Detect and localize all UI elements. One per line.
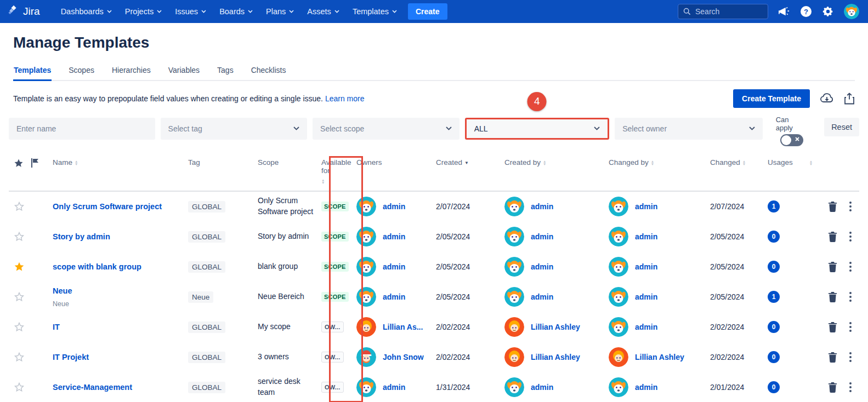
create-button[interactable]: Create — [408, 3, 447, 20]
owner-avatar[interactable] — [356, 347, 376, 367]
owner-avatar[interactable] — [356, 287, 376, 307]
created-by-link[interactable]: admin — [531, 262, 553, 271]
search-box[interactable] — [678, 4, 768, 19]
usages-badge[interactable]: 0 — [768, 231, 780, 243]
owner-filter-select[interactable]: Select owner — [615, 118, 763, 140]
favorite-star-button[interactable] — [9, 261, 31, 272]
created-by-avatar[interactable] — [504, 347, 524, 367]
more-actions-button[interactable] — [849, 232, 852, 242]
favorite-star-button[interactable] — [9, 201, 31, 212]
changed-by-avatar[interactable] — [609, 287, 628, 307]
export-icon[interactable] — [844, 93, 855, 105]
available-for-filter-select[interactable]: ALL — [465, 118, 610, 140]
changed-by-avatar[interactable] — [609, 347, 628, 367]
nav-boards[interactable]: Boards — [214, 4, 258, 19]
delete-button[interactable] — [828, 352, 837, 363]
owner-avatar[interactable] — [356, 197, 376, 216]
sort-icon[interactable]: ▲▼ — [543, 158, 546, 165]
flag-column-header[interactable] — [31, 158, 53, 168]
search-input[interactable] — [695, 7, 761, 16]
header-changed[interactable]: Changed▲▼ — [710, 158, 768, 166]
changed-by-link[interactable]: admin — [635, 202, 657, 211]
changed-by-avatar[interactable] — [609, 197, 628, 216]
delete-button[interactable] — [828, 322, 837, 332]
owner-link[interactable]: admin — [383, 292, 405, 301]
usages-badge[interactable]: 0 — [768, 261, 780, 273]
more-actions-button[interactable] — [849, 292, 852, 302]
owner-avatar[interactable] — [356, 257, 376, 277]
created-by-avatar[interactable] — [504, 287, 524, 307]
owner-avatar[interactable] — [356, 317, 376, 337]
usages-badge[interactable]: 0 — [768, 381, 780, 393]
sort-icon[interactable]: ▲▼ — [742, 158, 746, 165]
owner-link[interactable]: admin — [383, 232, 405, 241]
can-apply-toggle[interactable] — [780, 134, 803, 146]
changed-by-link[interactable]: admin — [635, 323, 657, 331]
nav-projects[interactable]: Projects — [120, 4, 167, 19]
nav-templates[interactable]: Templates — [347, 4, 402, 19]
delete-button[interactable] — [828, 232, 837, 242]
header-available-for[interactable]: Available for▲▼ — [321, 158, 355, 184]
created-by-link[interactable]: admin — [531, 383, 553, 392]
changed-by-link[interactable]: admin — [635, 232, 657, 241]
owner-link[interactable]: admin — [383, 202, 405, 211]
tab-tags[interactable]: Tags — [217, 64, 234, 81]
usages-badge[interactable]: 0 — [768, 351, 780, 363]
sort-icon[interactable]: ▲▼ — [809, 158, 813, 165]
nav-assets[interactable]: Assets — [302, 4, 345, 19]
tab-hierarchies[interactable]: Hierarchies — [111, 64, 151, 81]
header-created-by[interactable]: Created by▲▼ — [504, 158, 609, 166]
changed-by-link[interactable]: Lillian Ashley — [635, 353, 684, 361]
scope-filter-select[interactable]: Select scope — [313, 118, 459, 140]
changed-by-link[interactable]: admin — [635, 262, 657, 271]
changed-by-avatar[interactable] — [609, 257, 628, 277]
owner-avatar[interactable] — [356, 227, 376, 246]
usages-badge[interactable]: 1 — [768, 291, 780, 303]
favorite-star-button[interactable] — [9, 321, 31, 332]
favorite-star-button[interactable] — [9, 382, 31, 393]
owner-link[interactable]: Lillian As... — [383, 323, 423, 331]
delete-button[interactable] — [828, 292, 837, 302]
usages-badge[interactable]: 1 — [768, 200, 780, 213]
created-by-link[interactable]: Lillian Ashley — [531, 323, 580, 331]
favorite-star-button[interactable] — [9, 352, 31, 363]
created-by-link[interactable]: admin — [531, 292, 553, 301]
header-usages[interactable]: Usages▲▼ — [768, 158, 812, 166]
favorite-column-header[interactable] — [9, 158, 31, 168]
sort-icon[interactable]: ▲▼ — [75, 158, 78, 165]
reset-button[interactable]: Reset — [824, 118, 859, 136]
delete-button[interactable] — [828, 262, 837, 272]
more-actions-button[interactable] — [849, 322, 852, 332]
template-name-link[interactable]: Neue — [53, 286, 72, 295]
owner-link[interactable]: John Snow — [383, 353, 424, 361]
more-actions-button[interactable] — [849, 202, 852, 211]
owner-avatar[interactable] — [356, 377, 376, 397]
template-name-link[interactable]: Story by admin — [53, 232, 110, 241]
changed-by-link[interactable]: admin — [635, 383, 657, 392]
created-by-avatar[interactable] — [504, 257, 524, 277]
more-actions-button[interactable] — [849, 382, 852, 392]
tab-checklists[interactable]: Checklists — [251, 64, 287, 81]
sort-icon[interactable]: ▲▼ — [651, 158, 654, 165]
changed-by-avatar[interactable] — [609, 317, 628, 337]
delete-button[interactable] — [828, 382, 837, 393]
template-name-link[interactable]: Service-Management — [53, 383, 132, 392]
nav-dashboards[interactable]: Dashboards — [55, 4, 117, 19]
tag-filter-select[interactable]: Select tag — [161, 118, 308, 140]
nav-plans[interactable]: Plans — [260, 4, 299, 19]
owner-link[interactable]: admin — [383, 262, 405, 271]
template-name-link[interactable]: scope with blank group — [53, 262, 141, 271]
changed-by-avatar[interactable] — [609, 227, 628, 246]
created-by-avatar[interactable] — [504, 317, 524, 337]
tab-variables[interactable]: Variables — [168, 64, 200, 81]
changed-by-avatar[interactable] — [609, 377, 628, 397]
jira-logo[interactable]: Jira — [8, 4, 40, 19]
template-name-link[interactable]: IT — [53, 323, 60, 331]
owner-link[interactable]: admin — [383, 383, 405, 392]
user-avatar[interactable] — [844, 4, 859, 19]
template-name-link[interactable]: Only Scrum Software project — [53, 202, 162, 211]
created-by-avatar[interactable] — [504, 227, 524, 246]
changed-by-link[interactable]: admin — [635, 292, 657, 301]
usages-badge[interactable]: 0 — [768, 321, 780, 333]
sort-desc-icon[interactable]: ▼ — [464, 158, 469, 165]
